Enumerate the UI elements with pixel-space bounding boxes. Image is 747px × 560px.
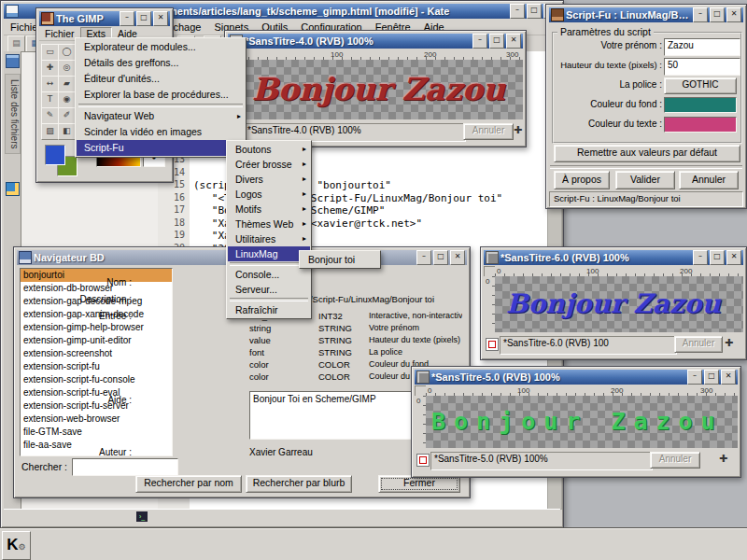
- foreground-color-swatch[interactable]: [45, 145, 65, 165]
- list-item[interactable]: extension-db-browser: [21, 282, 172, 295]
- menu-item-explorateur-modules[interactable]: Explorateur de modules...: [77, 39, 245, 55]
- menu-item-logos[interactable]: Logos▸: [228, 187, 310, 202]
- menu-item-rafraichir[interactable]: Rafraîchir: [228, 302, 310, 317]
- close-icon[interactable]: ✕: [726, 250, 741, 265]
- menu-item-navigateur-web[interactable]: Navigateur Web▸: [77, 108, 245, 124]
- close-icon[interactable]: ✕: [721, 370, 736, 385]
- new-file-icon[interactable]: ▤: [7, 35, 25, 52]
- tool-pencil[interactable]: ✎: [41, 107, 59, 124]
- image4-canvas[interactable]: Bonjour Zazou: [239, 60, 523, 119]
- quick-mask-icon[interactable]: [486, 338, 499, 351]
- minimize-icon[interactable]: –: [472, 34, 487, 49]
- rechercher-par-blurb-button[interactable]: Rechercher par blurb: [246, 475, 352, 493]
- tool-crop[interactable]: ▰: [58, 76, 76, 92]
- menu-item-details-greffons[interactable]: Détails des greffons...: [77, 55, 245, 71]
- tool-magnify[interactable]: ◎: [58, 60, 76, 77]
- sidebar-tab-file-list[interactable]: Liste des fichiers: [5, 74, 21, 154]
- terminal-tab-icon[interactable]: ›_: [136, 511, 148, 522]
- pan-navigation-icon[interactable]: ✚: [725, 336, 738, 351]
- tool-paintbrush[interactable]: ✐: [58, 107, 76, 124]
- maximize-icon[interactable]: □: [710, 250, 725, 265]
- menu-item-scinder-video[interactable]: Scinder la vidéo en images: [77, 124, 245, 140]
- texte-color-swatch[interactable]: [664, 117, 737, 133]
- menu-item-bonjour-toi[interactable]: Bonjour toi: [301, 252, 379, 267]
- menu-item-boutons[interactable]: Boutons▸: [228, 142, 310, 157]
- list-item[interactable]: extension-screenshot: [21, 347, 172, 360]
- tool-eraser[interactable]: ▨: [41, 123, 59, 140]
- maximize-icon[interactable]: □: [136, 11, 151, 26]
- list-item[interactable]: extension-gimp-help-browser: [21, 321, 172, 334]
- menu-item-console[interactable]: Console...: [228, 267, 310, 282]
- maximize-icon[interactable]: □: [710, 7, 725, 22]
- close-icon[interactable]: ✕: [506, 34, 521, 49]
- close-icon[interactable]: ✕: [726, 7, 741, 22]
- prenom-input[interactable]: Zazou: [664, 38, 740, 56]
- list-item[interactable]: extension-gap-xanim-decode: [21, 308, 172, 321]
- pan-navigation-icon[interactable]: ✚: [719, 452, 732, 467]
- menu-item-divers[interactable]: Divers▸: [228, 172, 310, 187]
- list-item[interactable]: extension-script-fu-eval: [21, 386, 172, 399]
- list-item[interactable]: bonjourtoi: [21, 269, 172, 282]
- valider-button[interactable]: Valider: [615, 171, 675, 189]
- tool-move[interactable]: ✚: [41, 60, 59, 77]
- close-icon[interactable]: ✕: [153, 11, 168, 26]
- minimize-icon[interactable]: –: [693, 250, 708, 265]
- list-item[interactable]: extension-script-fu-console: [21, 373, 172, 386]
- file-list-icon[interactable]: [6, 54, 20, 68]
- maximize-icon[interactable]: □: [527, 4, 542, 19]
- reset-button[interactable]: Remettre aux valeurs par défaut: [554, 145, 740, 162]
- minimize-icon[interactable]: –: [416, 250, 431, 265]
- fond-color-swatch[interactable]: [664, 97, 737, 113]
- menu-item-script-fu[interactable]: Script-Fu▸: [77, 140, 245, 156]
- image5-titlebar[interactable]: *SansTitre-5.0 (RVB) 100% – □ ✕: [415, 370, 738, 385]
- scriptfu-dialog-titlebar[interactable]: Script-Fu : LinuxMag/Bonjour toi – □ ✕: [549, 7, 743, 22]
- image6-canvas[interactable]: Bonjour Zazou: [495, 276, 743, 332]
- menu-item-creer-brosse[interactable]: Créer brosse▸: [228, 157, 310, 172]
- tool-rect-select[interactable]: ▭: [41, 44, 59, 61]
- minimize-icon[interactable]: –: [693, 7, 708, 22]
- menu-item-motifs[interactable]: Motifs▸: [228, 202, 310, 217]
- maximize-icon[interactable]: □: [489, 34, 504, 49]
- list-item[interactable]: extension-script-fu: [21, 360, 172, 373]
- kmenu-button[interactable]: K⚙: [2, 531, 31, 560]
- a-propos-button[interactable]: À propos: [554, 171, 610, 189]
- menu-item-linuxmag[interactable]: LinuxMag▸: [228, 246, 310, 261]
- pan-navigation-icon[interactable]: ✚: [514, 123, 527, 138]
- menu-item-serveur[interactable]: Serveur...: [228, 282, 310, 297]
- image6-titlebar[interactable]: *SansTitre-6.0 (RVB) 100% – □ ✕: [484, 250, 743, 265]
- minimize-icon[interactable]: –: [510, 4, 525, 19]
- hauteur-input[interactable]: 50: [664, 58, 740, 76]
- menu-item-themes-web[interactable]: Thèmes Web▸: [228, 217, 310, 231]
- cancel-button[interactable]: Annuler: [463, 123, 514, 140]
- tool-text[interactable]: T: [41, 91, 59, 108]
- toolbox-menu-fichier[interactable]: Fichier: [39, 28, 80, 39]
- annuler-button[interactable]: Annuler: [679, 171, 739, 189]
- cancel-button[interactable]: Annuler: [674, 336, 723, 353]
- list-item[interactable]: file-GTM-save: [21, 426, 172, 439]
- minimize-icon[interactable]: –: [687, 370, 702, 385]
- close-icon[interactable]: ✕: [450, 250, 465, 265]
- maximize-icon[interactable]: □: [433, 250, 448, 265]
- tool-flip[interactable]: ↔: [41, 76, 59, 92]
- tool-ellipse-select[interactable]: ◯: [58, 44, 76, 61]
- list-item[interactable]: extension-gimp-unit-editor: [21, 334, 172, 347]
- tool-bucket-fill[interactable]: ◧: [58, 123, 76, 140]
- menu-item-editeur-unites[interactable]: Éditeur d'unités...: [77, 71, 245, 87]
- minimize-icon[interactable]: –: [120, 11, 134, 26]
- toolbox-titlebar[interactable]: The GIMP – □ ✕: [39, 11, 170, 26]
- menu-item-explorer-base-procedures[interactable]: Explorer la base de procédures...: [77, 87, 245, 103]
- rechercher-par-nom-button[interactable]: Rechercher par nom: [135, 475, 242, 493]
- image4-titlebar[interactable]: *SansTitre-4.0 (RVB) 100% – □ ✕: [228, 34, 523, 49]
- chercher-input[interactable]: [72, 458, 178, 476]
- list-item[interactable]: extension-script-fu-server: [21, 399, 172, 413]
- cancel-button[interactable]: Annuler: [650, 452, 700, 469]
- police-button[interactable]: GOTHIC: [664, 77, 737, 94]
- quick-mask-icon[interactable]: [416, 454, 430, 467]
- maximize-icon[interactable]: □: [704, 370, 719, 385]
- menu-item-utilitaires[interactable]: Utilitaires▸: [228, 231, 310, 246]
- tool-color-picker[interactable]: ◉: [58, 91, 76, 108]
- list-item[interactable]: extension-web-browser: [21, 413, 172, 426]
- file-browser-icon[interactable]: [6, 182, 20, 196]
- image5-canvas[interactable]: Bonjour Zazou: [426, 396, 738, 448]
- list-item[interactable]: file-aa-save: [21, 439, 172, 452]
